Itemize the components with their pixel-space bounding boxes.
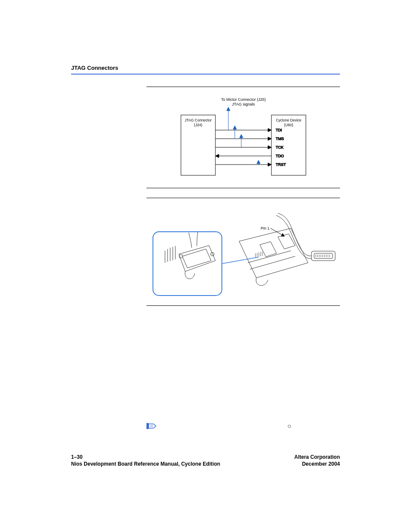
pointing-hand-icon	[146, 422, 159, 430]
mictor-label-line2: JTAG signals	[232, 102, 255, 106]
svg-line-53	[222, 257, 258, 264]
figure-board-cable: Pin 1	[146, 198, 340, 306]
signal-tms: TMS	[276, 137, 284, 141]
svg-marker-19	[257, 160, 260, 164]
svg-line-34	[250, 256, 295, 269]
signal-tdi: TDI	[276, 128, 282, 132]
svg-point-47	[211, 252, 214, 256]
note-row	[146, 422, 340, 430]
svg-marker-3	[268, 128, 271, 132]
header-rule	[71, 74, 340, 75]
svg-marker-5	[268, 137, 271, 140]
footer-manual-title: Nios Development Board Reference Manual,…	[71, 460, 220, 467]
svg-marker-13	[227, 107, 230, 111]
cyclone-device-label-l1: Cyclone Device	[276, 118, 301, 122]
footer-company: Altera Corporation	[294, 454, 340, 460]
footer-date: December 2004	[294, 460, 340, 467]
footer-page-number: 1–30	[71, 454, 220, 460]
svg-marker-9	[215, 154, 219, 158]
note-bullet-icon	[288, 425, 291, 428]
signal-tdo: TDO	[276, 154, 284, 158]
signal-tck: TCK	[276, 145, 283, 149]
svg-line-35	[248, 251, 291, 263]
pin1-label: Pin 1	[261, 226, 270, 230]
page-footer: 1–30 Nios Development Board Reference Ma…	[71, 454, 340, 467]
signal-trst: TRST	[276, 162, 286, 167]
svg-marker-15	[233, 126, 237, 129]
jtag-signal-diagram-svg: To Mictor Connector (J25) JTAG signals J…	[153, 91, 334, 182]
figure-jtag-signals: To Mictor Connector (J25) JTAG signals J…	[146, 87, 340, 188]
board-cable-svg: Pin 1	[149, 202, 338, 299]
jtag-connector-label-l1: JTAG Connector	[184, 118, 212, 122]
svg-rect-22	[311, 251, 335, 261]
svg-marker-7	[268, 146, 271, 149]
jtag-connector-label-l2: (J24)	[194, 123, 202, 127]
svg-marker-17	[240, 134, 243, 138]
svg-rect-43	[153, 232, 222, 296]
cyclone-device-label-l2: (U60)	[284, 123, 293, 127]
svg-rect-23	[314, 253, 333, 258]
mictor-label-line1: To Mictor Connector (J25)	[221, 97, 266, 102]
svg-marker-11	[268, 163, 271, 166]
running-header: JTAG Connectors	[71, 65, 340, 71]
svg-marker-33	[239, 228, 308, 278]
